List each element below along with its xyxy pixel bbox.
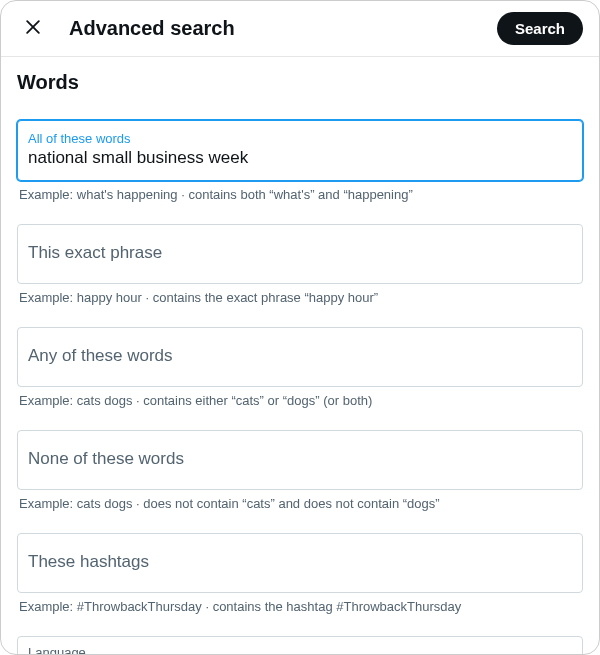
none-words-example: Example: cats dogs · does not contain “c… [17,496,583,511]
all-words-example: Example: what's happening · contains bot… [17,187,583,202]
language-select[interactable]: Language Any language [17,636,583,655]
none-words-field[interactable]: None of these words [17,430,583,490]
modal-header: Advanced search Search [1,1,599,57]
field-group-any-words: Any of these words Example: cats dogs · … [17,327,583,408]
field-group-hashtags: These hashtags Example: #ThrowbackThursd… [17,533,583,614]
field-group-exact-phrase: This exact phrase Example: happy hour · … [17,224,583,305]
exact-phrase-field[interactable]: This exact phrase [17,224,583,284]
page-title: Advanced search [69,17,477,40]
close-icon [23,17,43,40]
all-words-input[interactable] [28,148,572,168]
section-title-words: Words [17,71,583,94]
any-words-field[interactable]: Any of these words [17,327,583,387]
language-inner: Language Any language [28,645,552,655]
hashtags-example: Example: #ThrowbackThursday · contains t… [17,599,583,614]
field-group-all-words: All of these words Example: what's happe… [17,120,583,202]
any-words-label: Any of these words [28,338,572,374]
search-button[interactable]: Search [497,12,583,45]
none-words-label: None of these words [28,441,572,477]
content-area: Words All of these words Example: what's… [1,57,599,655]
any-words-example: Example: cats dogs · contains either “ca… [17,393,583,408]
field-group-none-words: None of these words Example: cats dogs ·… [17,430,583,511]
close-button[interactable] [17,11,49,46]
chevron-down-icon [552,651,572,655]
hashtags-label: These hashtags [28,544,572,580]
language-label: Language [28,645,552,655]
all-words-field[interactable]: All of these words [17,120,583,181]
exact-phrase-label: This exact phrase [28,235,572,271]
exact-phrase-example: Example: happy hour · contains the exact… [17,290,583,305]
hashtags-field[interactable]: These hashtags [17,533,583,593]
all-words-label: All of these words [28,131,572,146]
